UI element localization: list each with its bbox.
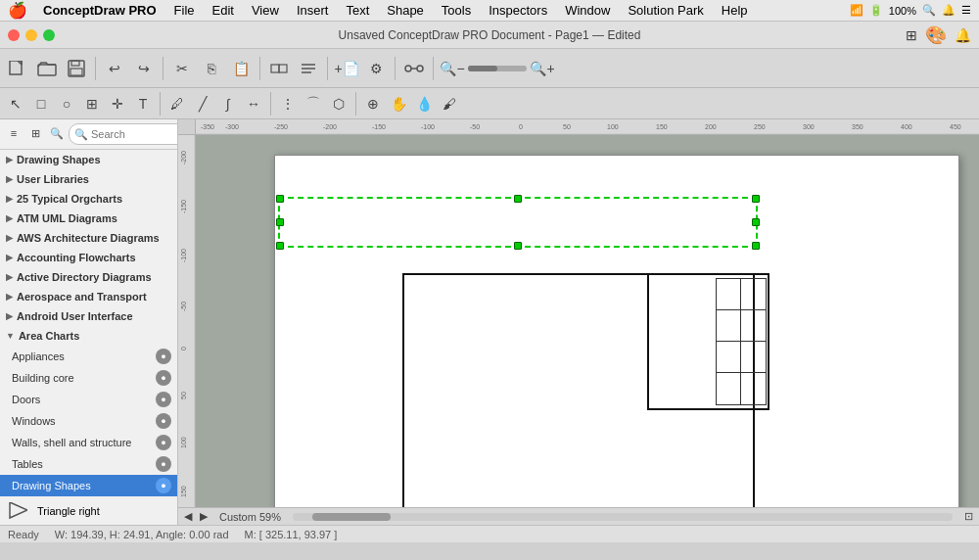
cut-btn[interactable]: ✂ bbox=[168, 55, 196, 82]
sidebar-tables[interactable]: Tables ● bbox=[0, 453, 177, 475]
handle-mid-left[interactable] bbox=[276, 218, 284, 226]
sidebar-accounting[interactable]: ▶ Accounting Flowcharts bbox=[0, 248, 177, 267]
status-dimensions: W: 194.39, H: 24.91, Angle: 0.00 rad bbox=[55, 529, 229, 540]
copy-btn[interactable]: ⎘ bbox=[198, 55, 225, 82]
smart-connect-btn[interactable] bbox=[400, 55, 428, 82]
select-tool-btn[interactable]: ↖ bbox=[4, 92, 27, 116]
save-btn[interactable] bbox=[63, 55, 90, 82]
app-name-menu[interactable]: ConceptDraw PRO bbox=[35, 1, 164, 20]
sidebar-appliances[interactable]: Appliances ● bbox=[0, 346, 177, 367]
sidebar-area-charts[interactable]: ▼ Area Charts bbox=[0, 326, 177, 346]
svg-text:100: 100 bbox=[180, 437, 187, 448]
notification-icon[interactable]: 🔔 bbox=[942, 4, 956, 17]
curve-tool-btn[interactable]: ∫ bbox=[216, 92, 240, 116]
zoom-slider[interactable] bbox=[468, 66, 527, 71]
sidebar-user-libraries[interactable]: ▶ User Libraries bbox=[0, 169, 177, 189]
menu-text[interactable]: Text bbox=[338, 1, 377, 20]
polygon-btn[interactable]: ⬡ bbox=[327, 92, 350, 116]
svg-text:-150: -150 bbox=[372, 123, 386, 130]
line-tool-btn[interactable]: ╱ bbox=[191, 92, 214, 116]
undo-btn[interactable]: ↩ bbox=[101, 55, 128, 82]
shape-item-triangle-right[interactable]: Triangle right bbox=[0, 496, 177, 525]
sidebar-building-core[interactable]: Building core ● bbox=[0, 367, 177, 389]
sidebar-list-view-btn[interactable]: ≡ bbox=[4, 123, 23, 143]
sidebar-drawing-shapes[interactable]: ▶ Drawing Shapes bbox=[0, 150, 177, 169]
page-canvas bbox=[274, 155, 959, 507]
arc-btn[interactable]: ⌒ bbox=[302, 92, 325, 116]
menu-shape[interactable]: Shape bbox=[379, 1, 432, 20]
sidebar-aws[interactable]: ▶ AWS Architecture Diagrams bbox=[0, 228, 177, 248]
menu-file[interactable]: File bbox=[166, 1, 203, 20]
menu-help[interactable]: Help bbox=[714, 1, 756, 20]
handle-bottom-center[interactable] bbox=[514, 242, 522, 250]
ellipse-tool-btn[interactable]: ○ bbox=[55, 92, 78, 116]
arrow-icon: ▶ bbox=[6, 233, 13, 243]
color-picker-icon[interactable]: 🎨 bbox=[925, 24, 947, 46]
selected-rectangle[interactable] bbox=[278, 197, 758, 248]
table-tool-btn[interactable]: ⊞ bbox=[80, 92, 104, 116]
minimize-button[interactable] bbox=[25, 29, 37, 41]
connector-tool-btn[interactable]: ↔ bbox=[242, 92, 265, 116]
rect-tool-btn[interactable]: □ bbox=[29, 92, 53, 116]
brush-btn[interactable]: 🖌 bbox=[438, 92, 461, 116]
toolbar-sep-5 bbox=[395, 57, 396, 80]
toolbar-sep-1 bbox=[95, 57, 96, 80]
notification-bell-icon[interactable]: 🔔 bbox=[955, 27, 971, 43]
search-system-icon[interactable]: 🔍 bbox=[922, 4, 936, 17]
toolbar-sep-6 bbox=[433, 57, 434, 80]
fullscreen-button[interactable] bbox=[43, 29, 55, 41]
menu-inspectors[interactable]: Inspectors bbox=[481, 1, 555, 20]
multi-line-btn[interactable]: ⋮ bbox=[276, 92, 300, 116]
menu-solution-park[interactable]: Solution Park bbox=[620, 1, 711, 20]
sidebar-walls[interactable]: Walls, shell and structure ● bbox=[0, 432, 177, 453]
sidebar-active-directory[interactable]: ▶ Active Directory Diagrams bbox=[0, 267, 177, 287]
text-tool-btn[interactable]: T bbox=[131, 92, 155, 116]
handle-mid-right[interactable] bbox=[752, 218, 760, 226]
new-doc-btn[interactable] bbox=[4, 55, 31, 82]
menu-window[interactable]: Window bbox=[557, 1, 618, 20]
sidebar-doors[interactable]: Doors ● bbox=[0, 389, 177, 410]
scroll-left-btn[interactable]: ◀ bbox=[184, 510, 192, 523]
windows-badge: ● bbox=[156, 413, 171, 429]
svg-text:100: 100 bbox=[607, 123, 619, 130]
handle-top-center[interactable] bbox=[514, 195, 522, 203]
sidebar-aerospace[interactable]: ▶ Aerospace and Transport bbox=[0, 287, 177, 306]
zoom-in-btn[interactable]: 🔍+ bbox=[529, 55, 556, 82]
handle-bottom-left[interactable] bbox=[276, 242, 284, 250]
group-btn[interactable] bbox=[265, 55, 293, 82]
hamburger-icon[interactable]: ☰ bbox=[961, 4, 971, 17]
scroll-right-btn[interactable]: ▶ bbox=[200, 510, 208, 523]
eyedrop-btn[interactable]: 💧 bbox=[412, 92, 436, 116]
close-button[interactable] bbox=[8, 29, 20, 41]
canvas-area[interactable] bbox=[196, 135, 979, 507]
open-btn[interactable] bbox=[33, 55, 61, 82]
align-btn[interactable] bbox=[295, 55, 322, 82]
hand-tool-btn[interactable]: ✋ bbox=[387, 92, 410, 116]
pen-tool-btn[interactable]: 🖊 bbox=[165, 92, 189, 116]
zoom-tool-btn[interactable]: ⊕ bbox=[361, 92, 385, 116]
menu-insert[interactable]: Insert bbox=[289, 1, 337, 20]
share-icon[interactable]: ⊞ bbox=[906, 27, 917, 43]
insert-page-btn[interactable]: +📄 bbox=[333, 55, 360, 82]
handle-top-left[interactable] bbox=[276, 195, 284, 203]
menu-view[interactable]: View bbox=[244, 1, 287, 20]
handle-bottom-right[interactable] bbox=[752, 242, 760, 250]
menu-edit[interactable]: Edit bbox=[205, 1, 242, 20]
h-scrollbar-thumb[interactable] bbox=[312, 513, 391, 521]
paste-btn[interactable]: 📋 bbox=[227, 55, 255, 82]
page-settings-btn[interactable]: ⚙ bbox=[362, 55, 390, 82]
redo-btn[interactable]: ↪ bbox=[130, 55, 158, 82]
sidebar-windows[interactable]: Windows ● bbox=[0, 410, 177, 432]
h-scrollbar-track[interactable] bbox=[293, 513, 953, 521]
sidebar-atm-uml[interactable]: ▶ ATM UML Diagrams bbox=[0, 209, 177, 228]
sidebar-grid-view-btn[interactable]: ⊞ bbox=[25, 123, 45, 143]
svg-rect-7 bbox=[279, 65, 287, 72]
crosshair-tool-btn[interactable]: ✛ bbox=[106, 92, 129, 116]
sidebar-drawing-shapes-category[interactable]: Drawing Shapes ● bbox=[0, 475, 177, 496]
sidebar-search-btn[interactable]: 🔍 bbox=[47, 123, 67, 143]
sidebar-orgcharts[interactable]: ▶ 25 Typical Orgcharts bbox=[0, 189, 177, 209]
sidebar-android[interactable]: ▶ Android User Interface bbox=[0, 306, 177, 326]
zoom-out-btn[interactable]: 🔍− bbox=[439, 55, 466, 82]
handle-top-right[interactable] bbox=[752, 195, 760, 203]
menu-tools[interactable]: Tools bbox=[434, 1, 479, 20]
